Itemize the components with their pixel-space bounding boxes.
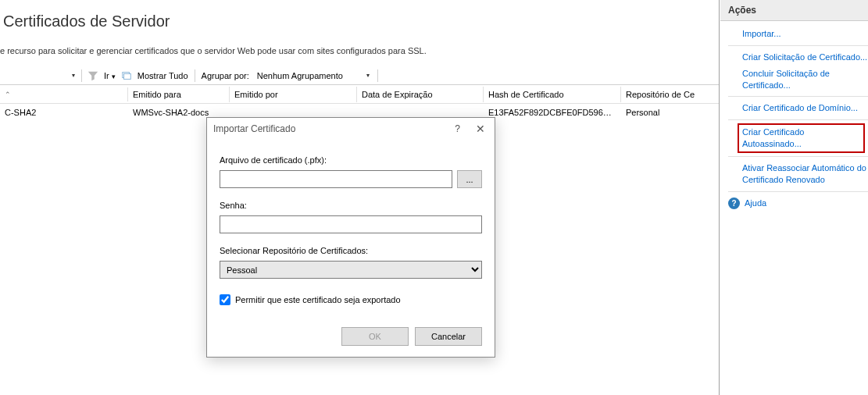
- grid-header: ⌃ Emitido para Emitido por Data de Expir…: [0, 85, 719, 104]
- column-header-expiration[interactable]: Data de Expiração: [357, 87, 484, 102]
- group-by-dropdown[interactable]: Nenhum Agrupamento▾: [252, 69, 374, 82]
- toolbar: ▾ Ir ▾ Mostrar Tudo Agrupar por: Nenhum …: [0, 66, 719, 85]
- actions-title: Ações: [720, 0, 868, 21]
- column-header-hash[interactable]: Hash de Certificado: [484, 87, 621, 102]
- separator: [728, 96, 868, 97]
- cell-expiration: [357, 110, 484, 115]
- action-enable-rebind[interactable]: Ativar Reassociar Automático do Certific…: [742, 160, 868, 188]
- action-create-self-signed[interactable]: Criar Certificado Autoassinado...: [738, 123, 865, 153]
- column-header-issued-by[interactable]: Emitido por: [230, 87, 357, 102]
- column-header-repo[interactable]: Repositório de Ce: [621, 87, 719, 102]
- action-create-request[interactable]: Criar Solicitação de Certificado...: [742, 49, 868, 66]
- cell-hash: E13FA52F892DCBFE0FD596C5...: [484, 105, 621, 119]
- column-header-issued-to[interactable]: Emitido para: [128, 87, 230, 102]
- cell-repo: Personal: [621, 105, 719, 119]
- chevron-down-icon: ▾: [72, 72, 75, 79]
- password-input[interactable]: [220, 215, 482, 233]
- allow-export-input[interactable]: [220, 294, 230, 305]
- action-import[interactable]: Importar...: [742, 26, 868, 42]
- certificate-file-input[interactable]: [220, 170, 452, 188]
- separator: [81, 69, 82, 82]
- action-create-domain[interactable]: Criar Certificado de Domínio...: [742, 100, 868, 116]
- chevron-down-icon: ▾: [366, 72, 370, 79]
- column-header-name[interactable]: ⌃: [0, 87, 128, 101]
- browse-button[interactable]: ...: [457, 170, 482, 188]
- help-icon: ?: [728, 198, 740, 209]
- filter-dropdown[interactable]: ▾: [6, 70, 78, 80]
- separator: [377, 69, 378, 82]
- ok-button[interactable]: OK: [341, 327, 409, 346]
- separator: [195, 69, 195, 82]
- cell-issued-by: [230, 110, 357, 115]
- allow-export-checkbox[interactable]: Permitir que este certificado seja expor…: [220, 294, 482, 305]
- import-certificate-dialog: Importar Certificado ? ✕ Arquivo de cert…: [206, 117, 495, 358]
- close-icon[interactable]: ✕: [473, 123, 488, 135]
- allow-export-label: Permitir que este certificado seja expor…: [235, 295, 401, 304]
- page-description: e recurso para solicitar e gerenciar cer…: [0, 46, 719, 66]
- help-label: Ajuda: [745, 198, 766, 209]
- password-label: Senha:: [220, 201, 482, 210]
- separator: [728, 156, 868, 157]
- file-label: Arquivo de certificado (.pfx):: [220, 155, 482, 165]
- cancel-button[interactable]: Cancelar: [415, 327, 482, 346]
- separator: [728, 45, 868, 46]
- show-all-icon[interactable]: [119, 69, 134, 83]
- action-complete-request[interactable]: Concluir Solicitação de Certificado...: [742, 66, 868, 94]
- sort-indicator-icon: ⌃: [5, 91, 11, 98]
- store-label: Selecionar Repositório de Certificados:: [220, 246, 482, 255]
- dialog-help-button[interactable]: ?: [453, 123, 462, 134]
- dialog-title-text: Importar Certificado: [213, 123, 295, 134]
- svg-rect-1: [123, 73, 130, 79]
- filter-icon[interactable]: [85, 69, 101, 83]
- separator: [728, 119, 868, 120]
- action-help[interactable]: ? Ajuda: [728, 195, 868, 212]
- group-by-label: Agrupar por:: [198, 69, 252, 82]
- certificate-store-select[interactable]: Pessoal: [220, 261, 482, 279]
- page-title: Certificados de Servidor: [0, 0, 719, 46]
- go-button[interactable]: Ir ▾: [101, 69, 119, 82]
- actions-pane: Ações Importar... Criar Solicitação de C…: [720, 0, 868, 395]
- separator: [728, 191, 868, 192]
- cell-name: C-SHA2: [0, 105, 128, 119]
- dialog-titlebar: Importar Certificado ? ✕: [207, 118, 495, 140]
- show-all-button[interactable]: Mostrar Tudo: [134, 69, 191, 82]
